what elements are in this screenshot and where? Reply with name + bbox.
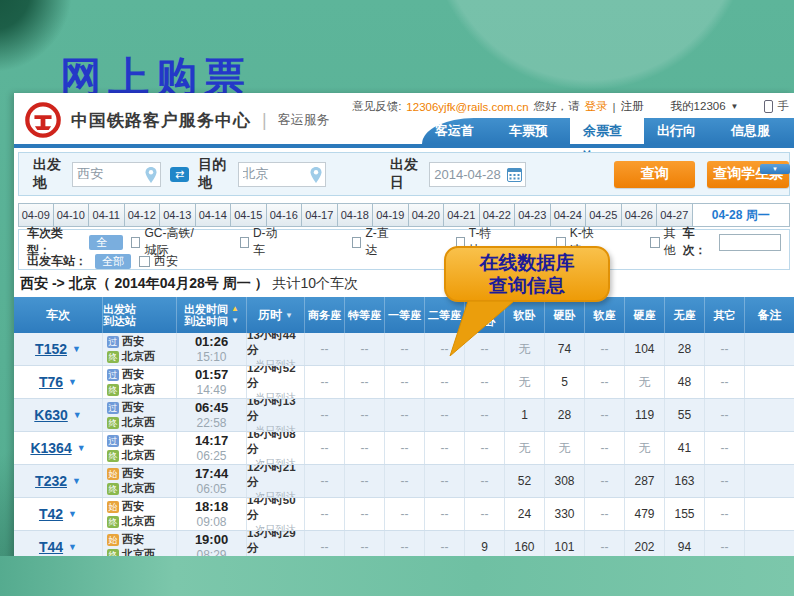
train-link-K630[interactable]: K630 xyxy=(34,407,67,423)
date-tab-04-26[interactable]: 04-26 xyxy=(622,203,658,227)
checkbox[interactable] xyxy=(131,237,140,248)
seat-avail: -- xyxy=(321,342,329,356)
date-tab-04-09[interactable]: 04-09 xyxy=(18,203,54,227)
nav-tab-0[interactable]: 客运首页 xyxy=(422,118,496,144)
register-link[interactable]: 注册 xyxy=(621,99,644,114)
date-input[interactable] xyxy=(430,163,518,186)
date-tab-04-15[interactable]: 04-15 xyxy=(231,203,267,227)
filter-type-1[interactable]: D-动车 xyxy=(240,225,282,259)
station-tag-icon: 终 xyxy=(107,351,119,363)
from-field-wrap xyxy=(72,162,160,187)
nav-tab-2[interactable]: 余票查询 xyxy=(570,118,644,144)
arrival-day: 次日到达 xyxy=(256,490,296,498)
train-type-all-badge[interactable]: 全部 xyxy=(89,235,123,250)
train-link-T44[interactable]: T44 xyxy=(39,539,63,555)
date-tab-04-11[interactable]: 04-11 xyxy=(89,203,125,227)
seat-avail: -- xyxy=(441,441,449,455)
col-header-note: 备注 xyxy=(744,297,794,333)
nav-tab-1[interactable]: 车票预订 xyxy=(496,118,570,144)
expand-train-icon[interactable]: ▼ xyxy=(72,344,81,354)
arrival-day: 次日到达 xyxy=(256,457,296,465)
expand-train-icon[interactable]: ▼ xyxy=(68,377,77,387)
departure-time: 06:45 xyxy=(195,400,228,416)
date-tab-04-20[interactable]: 04-20 xyxy=(409,203,445,227)
brand-subtitle: 客运服务 xyxy=(278,111,330,129)
seat-avail: -- xyxy=(441,474,449,488)
station-checkboxes: 西安 xyxy=(139,253,178,270)
col-header-time[interactable]: 出发时间▲到达时间▼ xyxy=(176,297,246,333)
callout-bubble: 在线数据库 查询信息 xyxy=(444,246,610,302)
seat-col-10: 其它 xyxy=(704,297,744,333)
seat-avail: 202 xyxy=(634,540,654,554)
date-tab-04-18[interactable]: 04-18 xyxy=(338,203,374,227)
nav-tab-3[interactable]: 出行向导 xyxy=(644,118,718,144)
checkbox[interactable] xyxy=(650,237,659,248)
from-label: 出发地 xyxy=(33,156,67,192)
filter-station-0[interactable]: 西安 xyxy=(139,253,178,270)
date-tab-04-27[interactable]: 04-27 xyxy=(657,203,693,227)
query-button[interactable]: 查询 xyxy=(614,161,696,188)
info-separator: | xyxy=(613,101,616,113)
swap-stations-icon[interactable] xyxy=(170,167,190,182)
filter-type-2[interactable]: Z-直达 xyxy=(352,225,393,259)
date-tab-04-12[interactable]: 04-12 xyxy=(125,203,161,227)
col-header-train[interactable]: 车次 xyxy=(14,297,102,333)
expand-train-icon[interactable]: ▼ xyxy=(68,542,77,552)
train-link-T76[interactable]: T76 xyxy=(39,374,63,390)
checkbox[interactable] xyxy=(240,237,249,248)
sort-desc-icon[interactable]: ▼ xyxy=(231,315,239,327)
seat-avail: -- xyxy=(721,441,729,455)
departure-time: 18:18 xyxy=(195,499,228,515)
seat-avail: 479 xyxy=(634,507,654,521)
feedback-email-link[interactable]: 12306yjfk@rails.com.cn xyxy=(406,101,528,113)
expand-train-icon[interactable]: ▼ xyxy=(73,410,82,420)
login-link[interactable]: 登录 xyxy=(585,99,608,114)
date-tab-04-13[interactable]: 04-13 xyxy=(160,203,196,227)
site-header-left: 中国铁路客户服务中心 | 客运服务 xyxy=(24,99,330,141)
filter-type-5[interactable]: 其他 xyxy=(650,225,682,259)
train-number-input[interactable] xyxy=(719,234,781,251)
departure-time: 19:00 xyxy=(195,532,228,548)
seat-avail: 55 xyxy=(678,408,691,422)
train-count: 共计10个车次 xyxy=(272,275,358,291)
expand-train-icon[interactable]: ▼ xyxy=(72,476,81,486)
seat-avail: -- xyxy=(401,540,409,554)
col-header-duration[interactable]: 历时▼ xyxy=(246,297,304,333)
checkbox[interactable] xyxy=(139,256,150,267)
date-tab-selected[interactable]: 04-28 周一 xyxy=(693,203,791,227)
station-all-badge[interactable]: 全部 xyxy=(95,254,131,269)
arrival-time: 22:58 xyxy=(196,416,226,431)
seat-avail: 163 xyxy=(674,474,694,488)
browser-screenshot-panel: 中国铁路客户服务中心 | 客运服务 意见反馈: 12306yjfk@rails.… xyxy=(14,93,794,596)
table-row-K630: K630▼过西安终北京西06:4522:5816小时13分当日到达-------… xyxy=(14,399,794,432)
train-link-T232[interactable]: T232 xyxy=(35,473,67,489)
sort-desc-icon[interactable]: ▼ xyxy=(285,309,293,322)
date-tab-04-25[interactable]: 04-25 xyxy=(586,203,622,227)
nav-tab-4[interactable]: 信息服务 xyxy=(718,118,792,144)
date-tab-04-16[interactable]: 04-16 xyxy=(267,203,303,227)
seat-avail: 无 xyxy=(639,374,651,391)
date-tab-04-10[interactable]: 04-10 xyxy=(54,203,90,227)
train-link-T42[interactable]: T42 xyxy=(39,506,63,522)
train-link-T152[interactable]: T152 xyxy=(35,341,67,357)
date-tab-04-17[interactable]: 04-17 xyxy=(302,203,338,227)
station-tag-icon: 过 xyxy=(107,435,119,447)
date-tab-04-22[interactable]: 04-22 xyxy=(480,203,516,227)
seat-avail: -- xyxy=(441,375,449,389)
sort-asc-icon[interactable]: ▲ xyxy=(231,303,239,315)
calendar-icon[interactable] xyxy=(507,167,522,182)
col-header-station[interactable]: 出发站到达站 xyxy=(102,297,176,333)
dropdown-indicator[interactable] xyxy=(760,164,790,174)
date-tab-04-21[interactable]: 04-21 xyxy=(444,203,480,227)
date-tab-04-23[interactable]: 04-23 xyxy=(515,203,551,227)
date-tab-04-19[interactable]: 04-19 xyxy=(373,203,409,227)
expand-train-icon[interactable]: ▼ xyxy=(77,443,86,453)
my-12306-menu[interactable]: 我的12306 xyxy=(671,99,726,114)
seat-col-2: 一等座 xyxy=(384,297,424,333)
table-row-T152: T152▼过西安终北京西01:2615:1013小时44分当日到达-------… xyxy=(14,333,794,366)
date-tab-04-24[interactable]: 04-24 xyxy=(551,203,587,227)
checkbox[interactable] xyxy=(352,237,361,248)
expand-train-icon[interactable]: ▼ xyxy=(68,509,77,519)
train-link-K1364[interactable]: K1364 xyxy=(30,440,71,456)
date-tab-04-14[interactable]: 04-14 xyxy=(196,203,232,227)
